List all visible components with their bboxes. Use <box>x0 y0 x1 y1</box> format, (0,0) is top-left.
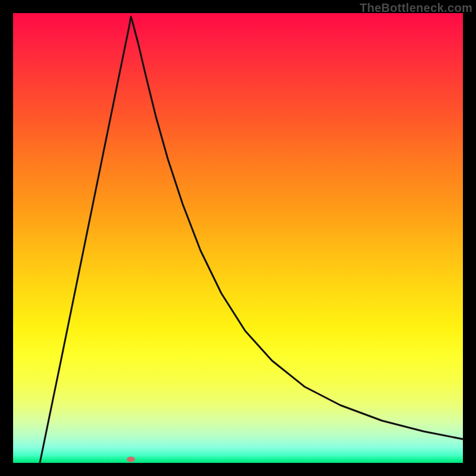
watermark-text: TheBottleneck.com <box>359 1 472 15</box>
bottleneck-curve <box>40 17 463 463</box>
minimum-point-marker <box>127 457 135 462</box>
chart-frame <box>13 13 463 463</box>
curve-layer <box>13 13 463 463</box>
plot-area <box>13 13 463 463</box>
